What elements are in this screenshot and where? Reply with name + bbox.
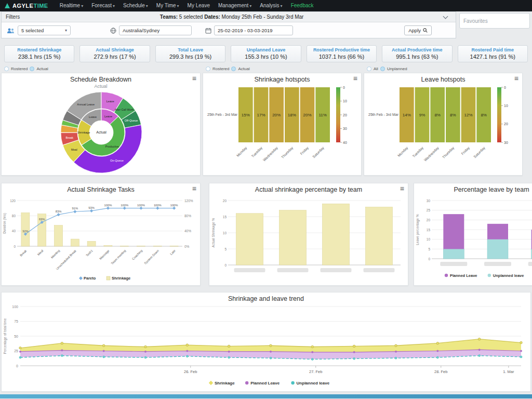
teams-icon[interactable] <box>7 28 15 34</box>
team-bar[interactable] <box>323 204 350 265</box>
nav-forecast[interactable]: Forecast▾ <box>87 0 119 11</box>
pareto-bar[interactable] <box>137 246 145 246</box>
pareto-bar[interactable] <box>71 239 79 246</box>
shrinkage-hotspots-chart[interactable]: 25th Feb - 3rd Mar15%Monday17%Tuesday20%… <box>206 83 359 172</box>
unplanned-marker[interactable] <box>103 356 105 358</box>
teams-select[interactable]: 5 selected ▾ <box>18 25 71 35</box>
unplanned-marker[interactable] <box>186 355 188 357</box>
chart-menu-icon[interactable]: ≡ <box>192 75 196 82</box>
chart-menu-icon[interactable]: ≡ <box>400 185 404 192</box>
shrinkage-marker[interactable] <box>144 345 147 348</box>
pareto-marker[interactable] <box>156 207 159 210</box>
planned-marker[interactable] <box>228 351 230 353</box>
unplanned-marker[interactable] <box>311 358 313 360</box>
team-bar[interactable] <box>280 210 307 265</box>
unplanned-leave-bar[interactable] <box>443 249 464 259</box>
pareto-bar[interactable] <box>153 246 162 246</box>
legend-label[interactable]: Unplanned leave <box>297 381 330 385</box>
unplanned-leave-bar[interactable] <box>487 240 508 259</box>
shrinkage-marker[interactable] <box>436 342 439 344</box>
planned-marker[interactable] <box>103 350 105 352</box>
planned-leave-bar[interactable] <box>443 214 464 249</box>
pareto-marker[interactable] <box>73 210 76 213</box>
actual-radio[interactable] <box>30 66 34 71</box>
chart-menu-icon[interactable]: ≡ <box>514 75 518 82</box>
team-bar[interactable] <box>366 207 393 265</box>
rostered-radio[interactable] <box>4 66 9 71</box>
unplanned-marker[interactable] <box>520 356 522 358</box>
timezone-input[interactable] <box>119 25 192 35</box>
daterange-input[interactable] <box>214 25 293 35</box>
legend-label[interactable]: Pareto <box>84 276 96 281</box>
legend-label[interactable]: Shrinkage <box>112 276 130 281</box>
apply-button[interactable]: Apply <box>404 25 432 35</box>
pareto-bar[interactable] <box>121 246 129 246</box>
legend-label[interactable]: Planned Leave <box>450 273 477 278</box>
pareto-bar[interactable] <box>87 241 96 246</box>
rostered-radio[interactable] <box>206 66 210 71</box>
chart-menu-icon[interactable]: ≡ <box>353 75 357 82</box>
nav-schedule[interactable]: Schedule▾ <box>119 0 152 11</box>
team-shrinkage-chart[interactable]: 05101520Actual Shrinkage % <box>209 193 409 284</box>
shrinkage-marker[interactable] <box>19 347 22 350</box>
shrinkage-marker[interactable] <box>102 344 105 347</box>
shrinkage-marker[interactable] <box>186 344 189 347</box>
leave-hotspots-chart[interactable]: 25th Feb - 3rd Mar14%Monday9%Tuesday8%We… <box>367 83 520 172</box>
planned-marker[interactable] <box>436 350 438 352</box>
planned-marker[interactable] <box>144 351 147 353</box>
shrinkage-marker[interactable] <box>270 344 272 347</box>
pareto-marker[interactable] <box>139 207 142 210</box>
shrinkage-marker[interactable] <box>520 341 523 344</box>
shrinkage-marker[interactable] <box>395 344 397 347</box>
chart-menu-icon[interactable]: ≡ <box>192 185 196 192</box>
shrinkage-marker[interactable] <box>228 345 230 348</box>
unplanned-marker[interactable] <box>353 357 355 360</box>
planned-marker[interactable] <box>19 351 21 353</box>
planned-marker[interactable] <box>353 351 355 353</box>
planned-marker[interactable] <box>311 351 313 353</box>
nav-feedback[interactable]: Feedback <box>287 0 318 11</box>
trend-chart[interactable]: 025507510026. Feb27. Feb28. Feb1. MarPer… <box>2 302 530 390</box>
planned-marker[interactable] <box>186 350 188 352</box>
planned-marker[interactable] <box>270 351 272 353</box>
pareto-bar[interactable] <box>170 246 178 246</box>
pareto-marker[interactable] <box>172 207 176 210</box>
legend-label[interactable]: Planned Leave <box>250 381 280 385</box>
pareto-marker[interactable] <box>123 207 126 210</box>
nav-my-leave[interactable]: My Leave <box>183 0 214 11</box>
planned-leave-bar[interactable] <box>487 224 508 240</box>
shrinkage-marker[interactable] <box>353 345 355 348</box>
legend-label[interactable]: Shrinkage <box>215 381 235 385</box>
all-radio[interactable] <box>367 66 371 71</box>
unplanned-marker[interactable] <box>144 356 147 358</box>
schedule-breakdown-chart[interactable]: ActualLeaveProductiveShrinkageLeaveLeave… <box>2 89 201 175</box>
unplanned-marker[interactable] <box>270 357 272 359</box>
pareto-bar[interactable] <box>55 225 63 246</box>
unplanned-marker[interactable] <box>436 356 438 358</box>
pareto-marker[interactable] <box>107 207 110 210</box>
unplanned-marker[interactable] <box>61 355 63 357</box>
team-bar[interactable] <box>236 214 263 265</box>
legend-label[interactable]: Unplanned leave <box>493 273 524 278</box>
pareto-bar[interactable] <box>104 246 112 246</box>
shrinkage-marker[interactable] <box>61 342 63 344</box>
app-logo[interactable]: AGYLETIME <box>4 3 48 9</box>
unplanned-marker[interactable] <box>19 356 21 358</box>
unplanned-marker[interactable] <box>478 355 481 357</box>
nav-management[interactable]: Management▾ <box>214 0 256 11</box>
nav-analysis[interactable]: Analysis▾ <box>256 0 286 11</box>
chevron-down-icon[interactable] <box>443 14 448 19</box>
shrinkage-marker[interactable] <box>478 338 481 340</box>
favourites-input[interactable] <box>459 13 530 29</box>
planned-marker[interactable] <box>61 349 63 351</box>
leave-by-team-chart[interactable]: 051015202530Leave percentage %Planned Le… <box>414 193 532 284</box>
pareto-marker[interactable] <box>90 209 93 212</box>
actual-radio[interactable] <box>231 66 236 71</box>
shrinkage-tasks-chart[interactable]: 040801200%40%80%120%BreakMealMeetingUnsc… <box>2 193 201 284</box>
unplanned-marker[interactable] <box>395 357 397 359</box>
planned-marker[interactable] <box>478 349 481 351</box>
planned-marker[interactable] <box>520 350 522 352</box>
unplanned-radio[interactable] <box>380 66 385 71</box>
unplanned-marker[interactable] <box>228 356 230 358</box>
shrinkage-marker[interactable] <box>311 345 314 348</box>
